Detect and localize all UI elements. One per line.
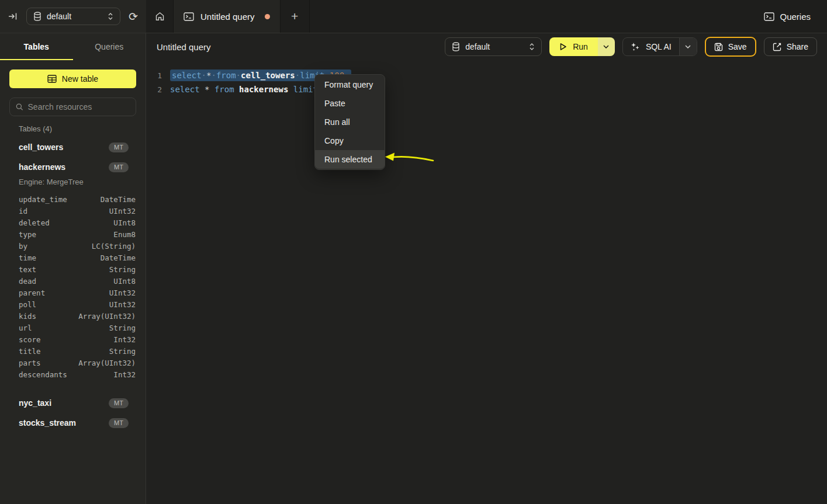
sidebar-tab-queries[interactable]: Queries [73,33,146,60]
table-name: hackernews [19,162,65,172]
run-button-label: Run [573,42,588,51]
code-text[interactable]: select * from hackernews limit [170,85,318,94]
queries-button[interactable]: Queries [764,12,811,22]
column-name: dead [19,277,36,286]
sidebar-tab-tables[interactable]: Tables [0,33,73,60]
column-type: Enum8 [113,230,136,239]
run-button[interactable]: Run [549,37,615,56]
plus-icon: + [291,9,298,23]
table-item-nyc_taxi[interactable]: nyc_taxiMT [0,393,146,413]
column-name: score [19,335,41,344]
column-row: deadUInt8 [19,275,136,287]
home-button[interactable] [146,0,174,33]
new-table-button[interactable]: New table [9,69,136,88]
column-name: text [19,265,36,274]
topbar: default ⟳ Untitled query [0,0,827,33]
editor-header: Untitled query default [147,33,827,60]
queries-button-label: Queries [780,12,811,22]
table-item-cell_towers[interactable]: cell_towersMT [0,137,146,157]
column-type: UInt32 [109,300,136,309]
engine-badge: MT [109,162,129,172]
column-name: poll [19,300,36,309]
column-row: byLC(String) [19,240,136,252]
tab-untitled-query[interactable]: Untitled query [174,0,281,33]
column-row: kidsArray(UInt32) [19,310,136,322]
search-icon [16,103,23,111]
menu-item-format-query[interactable]: Format query [315,75,385,94]
collapse-sidebar-button[interactable] [8,12,18,21]
annotation-arrow [383,149,442,170]
column-row: update_timeDateTime [19,193,136,205]
table-icon [47,75,57,83]
table-item-stocks_stream[interactable]: stocks_streamMT [0,413,146,433]
engine-detail: Engine: MergeTree [0,177,146,190]
unsaved-indicator-dot [265,14,270,19]
column-name: id [19,207,27,215]
table-name: stocks_stream [19,418,76,427]
column-row: urlString [19,322,136,333]
save-button-label: Save [728,42,747,51]
column-name: deleted [19,218,50,227]
menu-item-copy[interactable]: Copy [315,131,385,150]
play-icon [559,43,567,51]
tab-label: Untitled query [200,12,255,22]
table-name: cell_towers [19,142,63,152]
menu-item-paste[interactable]: Paste [315,94,385,113]
run-options-caret[interactable] [598,37,615,56]
column-name: by [19,242,27,251]
column-type: UInt8 [113,218,136,227]
column-row: deletedUInt8 [19,217,136,228]
sparkles-icon [631,42,640,51]
column-row: parentUInt32 [19,287,136,298]
column-row: idUInt32 [19,205,136,217]
context-menu: Format queryPasteRun allCopyRun selected [314,74,385,170]
column-row: scoreInt32 [19,333,136,345]
column-type: UInt32 [109,289,136,297]
menu-item-run-all[interactable]: Run all [315,113,385,131]
code-line[interactable]: 2select * from hackernews limit [156,82,827,96]
column-row: textString [19,263,136,275]
sidebar: Tables Queries New table Tables (4) cell… [0,33,146,504]
table-item-hackernews[interactable]: hackernewsMT [0,157,146,177]
column-type: DateTime [101,195,136,204]
table-list: cell_towersMThackernewsMTEngine: MergeTr… [0,137,146,433]
sql-ai-caret[interactable] [679,38,697,55]
editor-database-selector[interactable]: default [445,37,542,56]
sql-ai-button[interactable]: SQL AI [622,37,697,56]
database-icon [452,42,460,51]
add-tab-button[interactable]: + [281,0,310,33]
search-input[interactable] [28,102,130,112]
column-row: typeEnum8 [19,228,136,240]
column-row: timeDateTime [19,252,136,263]
save-button[interactable]: Save [705,37,756,57]
column-type: String [109,265,136,274]
code-line[interactable]: 1select·*·from·cell_towers·limit·100· [156,68,827,82]
column-name: parts [19,359,41,367]
topbar-left: default ⟳ [0,0,146,33]
refresh-button[interactable]: ⟳ [129,11,138,22]
sql-editor[interactable]: 1select·*·from·cell_towers·limit·100·2se… [147,60,827,96]
share-button[interactable]: Share [764,37,817,56]
column-type: UInt32 [109,207,136,215]
sql-ai-main[interactable]: SQL AI [623,38,679,55]
chevron-down-icon [685,45,691,48]
menu-item-run-selected[interactable]: Run selected [315,150,385,169]
database-selector[interactable]: default [26,8,120,25]
collapse-sidebar-icon [8,12,18,21]
column-name: update_time [19,195,67,204]
share-icon [773,43,781,51]
column-type: Array(UInt32) [78,359,136,367]
column-type: Int32 [113,370,136,379]
updown-chevron-icon [529,43,535,51]
editor-controls: default Run [445,37,817,57]
column-name: url [19,324,32,332]
column-type: LC(String) [92,242,136,251]
column-row: titleString [19,345,136,357]
editor: Untitled query default [147,33,827,504]
editor-database-value: default [465,42,490,51]
table-name: nyc_taxi [19,398,51,408]
column-row: pollUInt32 [19,298,136,310]
run-button-main[interactable]: Run [549,37,598,56]
column-type: Array(UInt32) [78,312,136,321]
database-icon [33,12,41,21]
